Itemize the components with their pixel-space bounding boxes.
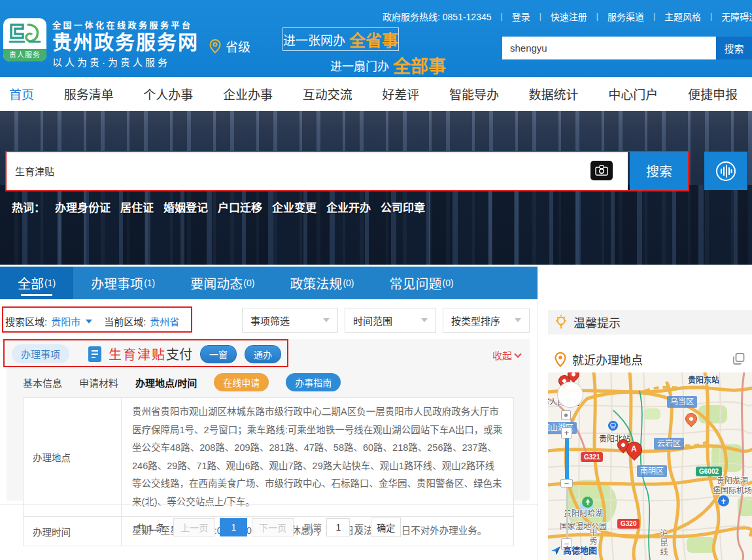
- subtab-materials[interactable]: 申请材料: [79, 376, 118, 389]
- service-channel-link[interactable]: 服务渠道: [607, 10, 644, 23]
- pan-down-icon[interactable]: [568, 399, 573, 404]
- subtab-basic-info[interactable]: 基本信息: [23, 376, 62, 389]
- site-name: 贵州政务服务网: [52, 31, 199, 54]
- nearby-title: 就近办理地点: [572, 351, 643, 368]
- banner-slogan-line1: 进一张网办 全省事: [282, 27, 399, 51]
- badge-one-window[interactable]: 一窗: [200, 345, 237, 363]
- divider: |: [596, 12, 598, 21]
- row-value: 贵州省贵阳市观山湖区林城东路市级行政中心二期A区负一层贵阳市人民政府政务大厅市医…: [122, 398, 514, 517]
- tab-services[interactable]: 办理事项 (1): [73, 267, 173, 299]
- chevron-down-icon[interactable]: [86, 320, 92, 323]
- slogan2-prefix: 进一扇门办: [330, 57, 389, 74]
- accessibility-link[interactable]: 无障碍浏览: [721, 10, 752, 23]
- result-title-link[interactable]: 生育津贴支付: [109, 344, 192, 363]
- hotword-residence-permit[interactable]: 居住证: [120, 199, 154, 215]
- nav-item-statistics[interactable]: 数据统计: [529, 85, 579, 103]
- zoom-track-upper[interactable]: [565, 438, 569, 479]
- divider: [0, 504, 538, 505]
- tab-all[interactable]: 全部 (1): [0, 267, 73, 299]
- expand-map-icon[interactable]: [732, 352, 745, 365]
- theme-style-link[interactable]: 主题风格: [664, 10, 701, 23]
- result-card-header: 办理事项 生育津贴支付 一窗 通办 收起: [7, 339, 530, 369]
- badge-universal[interactable]: 通办: [245, 345, 281, 363]
- collapse-toggle[interactable]: 收起: [492, 348, 521, 362]
- hotword-company-seal[interactable]: 公司印章: [381, 199, 425, 215]
- map-zoom-in-button[interactable]: +: [561, 427, 572, 438]
- region-line: 搜索区域: 贵阳市 当前区域: 贵州省: [5, 314, 179, 328]
- result-title-highlight: 生育津贴: [109, 348, 166, 362]
- tab-label: 办理事项: [91, 274, 143, 293]
- zoom-slider-handle[interactable]: −: [560, 479, 573, 487]
- online-apply-button[interactable]: 在线申请: [214, 373, 269, 391]
- nearby-map[interactable]: 观山湖区 乌当区 云岩区 南明区 贵阳东站 贵阳市人民政府 贵阳北站 贵阳龙洞 …: [548, 372, 752, 560]
- current-page-button[interactable]: 1: [220, 518, 247, 536]
- nearby-section-header: 就近办理地点: [548, 347, 752, 372]
- main-navigation: 首页 服务清单 个人办事 企业办事 互动交流 好差评 智能导办 数据统计 中心门…: [0, 77, 752, 111]
- tab-news[interactable]: 要闻动态 (0): [173, 267, 272, 299]
- pan-left-icon[interactable]: [561, 393, 566, 398]
- pan-up-icon[interactable]: [568, 386, 573, 391]
- tab-count: (1): [144, 278, 155, 288]
- metro-station-icon: [608, 421, 618, 431]
- result-type-badge[interactable]: 办理事项: [12, 344, 69, 363]
- nav-item-enterprise[interactable]: 企业办事: [223, 85, 273, 103]
- road-badge-g320: G320: [617, 519, 640, 529]
- hotword-company-open[interactable]: 企业开办: [326, 199, 371, 215]
- subtab-location-time[interactable]: 办理地点/时间: [135, 376, 197, 389]
- tab-policy[interactable]: 政策法规 (0): [272, 267, 371, 299]
- hero-search-input[interactable]: [7, 152, 628, 190]
- airport-icon: [718, 495, 729, 506]
- tab-faq[interactable]: 常见问题 (0): [372, 267, 471, 299]
- nav-item-center-portal[interactable]: 中心门户: [608, 85, 658, 103]
- nav-item-quick-apply[interactable]: 便捷申报: [688, 85, 738, 103]
- header-search-input[interactable]: [502, 37, 716, 59]
- hotword-id-card[interactable]: 办理身份证: [55, 199, 111, 215]
- map-label-east-station: 贵阳东站: [688, 374, 719, 385]
- platform-line: 全国一体化在线政务服务平台: [52, 18, 199, 31]
- map-label-rail-line: 沪昆线: [658, 529, 669, 557]
- nav-item-rating[interactable]: 好差评: [382, 85, 419, 103]
- next-page-button[interactable]: 下一页: [252, 518, 294, 536]
- result-card: 办理事项 生育津贴支付 一窗 通办 收起 基本信息 申请材料 办理地点/时间 在…: [7, 339, 530, 501]
- region-level-selector[interactable]: 省级: [209, 37, 250, 55]
- hero-search-button[interactable]: 搜索: [630, 152, 689, 190]
- nav-item-personal[interactable]: 个人办事: [143, 85, 193, 103]
- voice-search-button[interactable]: [704, 152, 747, 190]
- divider: |: [653, 12, 655, 21]
- site-logo[interactable]: 贵人服务: [3, 18, 46, 61]
- service-guide-button[interactable]: 办事指南: [286, 373, 341, 391]
- map-pan-control[interactable]: [557, 382, 583, 408]
- nav-item-home[interactable]: 首页: [9, 85, 34, 103]
- chevron-down-icon: [323, 318, 330, 322]
- hotword-hukou[interactable]: 户口迁移: [218, 199, 262, 215]
- banner-slogan-line2: 进一扇门办 全部事: [330, 52, 446, 78]
- nav-item-interaction[interactable]: 互动交流: [303, 85, 352, 103]
- goto-confirm-button[interactable]: 确定: [371, 518, 401, 537]
- skyline-decoration: [0, 185, 752, 265]
- district-label-yunyan: 云岩区: [654, 438, 684, 450]
- pan-right-icon[interactable]: [574, 393, 579, 398]
- dropdown-time-range[interactable]: 时间范围: [345, 308, 436, 333]
- lightbulb-icon: [555, 314, 568, 330]
- slogan2-highlight: 全部事: [393, 52, 446, 78]
- nav-item-smart-guide[interactable]: 智能导办: [449, 85, 499, 103]
- hero-banner: 搜索 热词： 办理身份证 居住证 婚姻登记 户口迁移 企业变更 企业开办 公司印…: [0, 111, 752, 265]
- prev-page-button[interactable]: 上一页: [173, 518, 215, 536]
- map-locate-button[interactable]: [561, 410, 571, 420]
- current-region-value[interactable]: 贵州省: [150, 314, 179, 328]
- row-label: 办理地点: [24, 398, 122, 517]
- search-region-value[interactable]: 贵阳市: [51, 314, 80, 328]
- dropdown-item-filter[interactable]: 事项筛选: [242, 308, 338, 333]
- tab-label: 政策法规: [290, 274, 342, 293]
- register-link[interactable]: 快速注册: [551, 10, 587, 23]
- dropdown-sort-type[interactable]: 按类型排序: [443, 308, 530, 333]
- camera-search-button[interactable]: [590, 161, 613, 180]
- zoom-track-lower[interactable]: [566, 487, 568, 538]
- hotword-company-change[interactable]: 企业变更: [272, 199, 316, 215]
- slogan1-prefix: 进一张网办: [283, 31, 345, 48]
- hotword-marriage[interactable]: 婚姻登记: [163, 199, 208, 215]
- goto-page-input[interactable]: [326, 518, 350, 536]
- login-link[interactable]: 登录: [512, 10, 530, 23]
- nav-item-service-list[interactable]: 服务清单: [64, 85, 114, 103]
- header-search-button[interactable]: 搜索: [716, 37, 752, 59]
